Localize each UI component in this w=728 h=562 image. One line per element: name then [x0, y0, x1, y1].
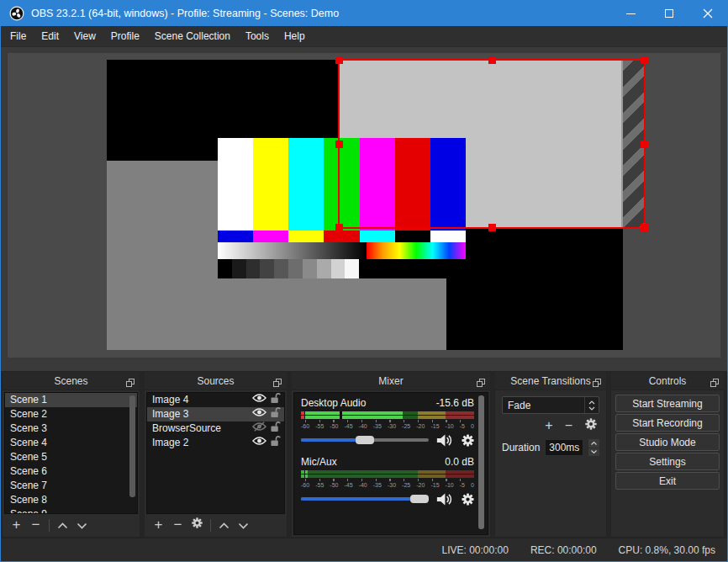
- studio-mode-button[interactable]: Studio Mode: [615, 433, 720, 451]
- popout-icon[interactable]: [273, 376, 282, 391]
- resize-handle-bottom-left[interactable]: [335, 224, 343, 231]
- scene-row[interactable]: Scene 9: [5, 507, 137, 514]
- transition-properties-gear-icon[interactable]: [584, 417, 598, 434]
- menu-edit[interactable]: Edit: [34, 26, 66, 47]
- add-source-button[interactable]: +: [149, 516, 168, 534]
- move-scene-down-button[interactable]: [72, 516, 92, 534]
- scene-transitions-dock: Scene Transitions Fade + −: [494, 371, 607, 538]
- remove-source-button[interactable]: −: [168, 516, 187, 534]
- scenes-toolbar: + −: [4, 515, 138, 535]
- scenes-scrollbar[interactable]: [129, 394, 136, 512]
- scene-row[interactable]: Scene 6: [5, 464, 137, 479]
- exit-button[interactable]: Exit: [615, 472, 720, 490]
- popout-icon[interactable]: [477, 376, 486, 391]
- resize-handle-top-center[interactable]: [488, 56, 496, 64]
- duration-decrement-button[interactable]: [588, 448, 599, 457]
- resize-handle-bottom-right[interactable]: [641, 224, 648, 231]
- menu-file[interactable]: File: [3, 26, 34, 47]
- scene-row[interactable]: Scene 2: [5, 407, 137, 422]
- scene-row[interactable]: Scene 5: [5, 450, 137, 464]
- meter-tickmarks: [305, 420, 474, 422]
- mixer-channel-mic-aux: Mic/Aux 0.0 dB -60-55-50 -45-40-35 -30-2…: [301, 456, 474, 508]
- resize-handle-middle-right[interactable]: [641, 140, 648, 148]
- meter-scale: -60-55-50 -45-40-35 -30-25-20 -15-10-5 0: [301, 423, 474, 429]
- menu-view[interactable]: View: [66, 26, 103, 47]
- resize-handle-top-right[interactable]: [641, 56, 648, 64]
- visibility-icon[interactable]: [252, 407, 266, 422]
- rec-time: REC: 00:00:00: [530, 544, 597, 556]
- move-scene-up-button[interactable]: [53, 516, 72, 534]
- add-scene-button[interactable]: +: [7, 516, 26, 534]
- close-button[interactable]: [688, 1, 727, 26]
- controls-dock-header[interactable]: Controls: [611, 372, 724, 390]
- scene-row[interactable]: Scene 3: [5, 422, 137, 436]
- remove-transition-button[interactable]: −: [565, 418, 572, 433]
- selection-outline[interactable]: [338, 59, 646, 229]
- start-recording-button[interactable]: Start Recording: [615, 414, 720, 432]
- duration-increment-button[interactable]: [588, 439, 599, 448]
- popout-icon[interactable]: [126, 376, 135, 391]
- visibility-icon[interactable]: [252, 393, 266, 407]
- scene-row[interactable]: Scene 4: [5, 436, 137, 450]
- mixer-scrollbar[interactable]: [477, 394, 485, 533]
- lock-open-icon[interactable]: [271, 435, 281, 451]
- slider-handle[interactable]: [410, 495, 429, 503]
- controls-title: Controls: [649, 375, 687, 387]
- move-source-down-button[interactable]: [234, 516, 253, 534]
- toolbar-separator: [49, 519, 50, 532]
- preview-area[interactable]: [8, 53, 720, 358]
- controls-dock: Controls Start Streaming Start Recording…: [610, 371, 725, 538]
- mixer-channel-desktop-audio: Desktop Audio -15.6 dB -60-55-50 -45-40-…: [301, 397, 474, 449]
- start-streaming-button[interactable]: Start Streaming: [615, 395, 720, 412]
- scene-label: Scene 1: [10, 393, 47, 407]
- resize-handle-middle-left[interactable]: [335, 140, 343, 148]
- transitions-dock-header[interactable]: Scene Transitions: [495, 372, 606, 390]
- mixer-dock-header[interactable]: Mixer: [292, 372, 490, 390]
- menu-help[interactable]: Help: [277, 26, 313, 47]
- source-row[interactable]: Image 3: [147, 407, 284, 422]
- transition-selected-value: Fade: [503, 400, 584, 411]
- remove-scene-button[interactable]: −: [26, 516, 45, 534]
- cpu-fps: CPU: 0.8%, 30.00 fps: [619, 544, 715, 556]
- menu-profile[interactable]: Profile: [103, 26, 147, 47]
- move-source-up-button[interactable]: [214, 516, 234, 534]
- source-row[interactable]: Image 4: [147, 393, 284, 407]
- menu-tools[interactable]: Tools: [238, 26, 277, 47]
- source-label: BrowserSource: [152, 422, 221, 436]
- sources-dock-header[interactable]: Sources: [145, 372, 287, 390]
- visibility-off-icon[interactable]: [252, 422, 266, 436]
- source-row[interactable]: BrowserSource: [147, 422, 284, 436]
- minimize-button[interactable]: [611, 1, 650, 26]
- speaker-icon[interactable]: [436, 492, 453, 506]
- minimize-icon: [626, 13, 636, 14]
- mixer-title: Mixer: [378, 375, 403, 387]
- scene-label: Scene 3: [10, 422, 47, 436]
- source-row[interactable]: Image 2: [147, 436, 284, 450]
- settings-button[interactable]: Settings: [615, 453, 720, 470]
- volume-slider[interactable]: [301, 435, 429, 445]
- scene-row[interactable]: Scene 7: [5, 479, 137, 493]
- transition-select[interactable]: Fade: [502, 396, 599, 414]
- source-properties-gear-icon[interactable]: [187, 516, 207, 534]
- sources-dock: Sources Image 4 Image 3: [144, 371, 288, 538]
- scene-row[interactable]: Scene 1: [5, 393, 137, 407]
- visibility-icon[interactable]: [252, 436, 266, 450]
- duration-input[interactable]: 300ms: [545, 439, 583, 456]
- menu-scene-collection[interactable]: Scene Collection: [147, 26, 238, 47]
- scenes-dock-header[interactable]: Scenes: [3, 372, 140, 390]
- add-transition-button[interactable]: +: [545, 418, 552, 433]
- resize-handle-top-left[interactable]: [335, 56, 343, 64]
- window-title: OBS 23.2.1 (64-bit, windows) - Profile: …: [31, 8, 339, 19]
- maximize-button[interactable]: [650, 1, 688, 26]
- scene-row[interactable]: Scene 8: [5, 493, 137, 507]
- audio-settings-gear-icon[interactable]: [461, 433, 475, 448]
- scrollbar-thumb[interactable]: [129, 395, 135, 497]
- source-list: Image 4 Image 3 Brow: [146, 392, 285, 514]
- resize-handle-bottom-center[interactable]: [488, 224, 496, 231]
- popout-icon[interactable]: [710, 376, 720, 391]
- slider-handle[interactable]: [356, 436, 374, 444]
- volume-slider[interactable]: [301, 494, 429, 504]
- popout-icon[interactable]: [593, 376, 602, 391]
- audio-settings-gear-icon[interactable]: [461, 492, 475, 506]
- speaker-icon[interactable]: [436, 433, 453, 448]
